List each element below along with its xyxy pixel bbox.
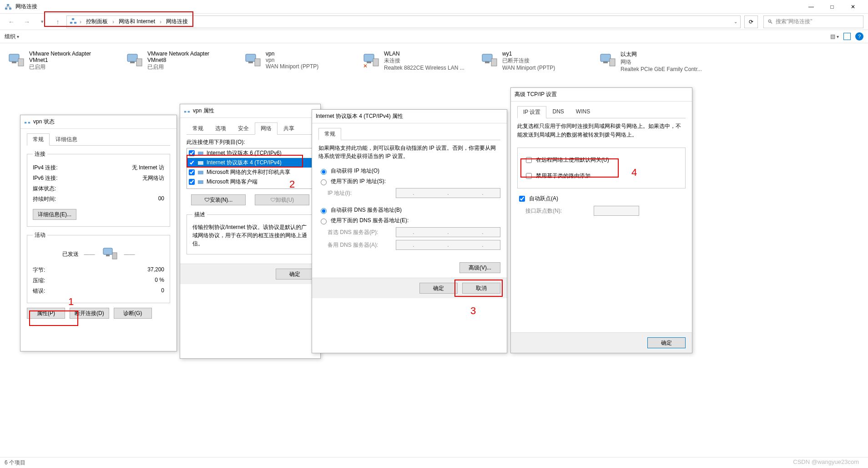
item-checkbox[interactable] bbox=[189, 169, 195, 175]
checkbox-default-gateway[interactable] bbox=[526, 157, 532, 163]
svg-rect-27 bbox=[103, 248, 112, 254]
dialog-advanced-tcpip: 高级 TCP/IP 设置 IP 设置 DNS WINS 此复选框只应用于你同时连… bbox=[510, 87, 692, 353]
adapter-device: WAN Miniport (PPTP) bbox=[502, 65, 555, 71]
refresh-button[interactable]: ⟳ bbox=[744, 15, 758, 28]
ip-address-input: ... bbox=[396, 188, 500, 198]
breadcrumb[interactable]: › 控制面板 › 网络和 Internet › 网络连接 ⌄ bbox=[66, 15, 741, 28]
protocol-icon bbox=[197, 160, 204, 166]
window-titlebar: 网络连接 — □ ✕ bbox=[0, 0, 868, 14]
list-item[interactable]: Internet 协议版本 4 (TCP/IPv4) bbox=[187, 158, 313, 168]
search-input[interactable]: 🔍︎ 搜索"网络连接" bbox=[763, 15, 863, 28]
svg-rect-1 bbox=[9, 8, 11, 10]
crumb-network-internet[interactable]: 网络和 Internet bbox=[117, 18, 157, 25]
close-button[interactable]: ✕ bbox=[843, 0, 863, 14]
svg-rect-21 bbox=[491, 59, 497, 66]
chevron-down-icon[interactable]: ⌄ bbox=[734, 19, 737, 24]
search-placeholder: 搜索"网络连接" bbox=[776, 18, 812, 25]
adapter-item[interactable]: wy1 已断开连接 WAN Miniport (PPTP) bbox=[478, 48, 587, 75]
dns1-input: ... bbox=[396, 227, 500, 237]
radio-manual-dns[interactable] bbox=[321, 219, 327, 224]
svg-rect-8 bbox=[18, 59, 24, 66]
note-text: 此复选框只应用于你同时连接到局域网和拨号网络上。如果选中，不能发送到局域网上的数… bbox=[517, 122, 686, 139]
ok-button[interactable]: 确定 bbox=[419, 283, 458, 294]
cancel-button[interactable]: 取消 bbox=[462, 283, 500, 294]
adapter-item[interactable]: vpn vpn WAN Miniport (PPTP) bbox=[241, 48, 350, 75]
crumb-control-panel[interactable]: 控制面板 bbox=[84, 18, 110, 25]
tab-sharing[interactable]: 共享 bbox=[278, 122, 300, 135]
advanced-button[interactable]: 高级(V)... bbox=[459, 262, 500, 273]
dns2-input: ... bbox=[396, 240, 500, 250]
network-icon bbox=[5, 3, 12, 10]
tab-dns[interactable]: DNS bbox=[546, 106, 570, 118]
adapter-item[interactable]: 以太网 网络 Realtek PCIe GbE Family Contr... bbox=[596, 48, 705, 75]
adapter-status: 已断开连接 bbox=[502, 57, 555, 65]
tab-security[interactable]: 安全 bbox=[232, 122, 255, 135]
group-activity: 活动 已发送 —— —— 字节:37,200 压缩:0 % 错误:0 bbox=[27, 231, 170, 303]
adapter-icon bbox=[126, 51, 144, 69]
install-button[interactable]: 🛡 安装(N)... bbox=[191, 194, 246, 205]
list-item[interactable]: Internet 协议版本 6 (TCP/IPv6) bbox=[187, 148, 313, 158]
crumb-network-connections[interactable]: 网络连接 bbox=[164, 18, 190, 25]
tab-options[interactable]: 选项 bbox=[209, 122, 232, 135]
item-checkbox[interactable] bbox=[189, 179, 195, 185]
preview-pane-icon[interactable] bbox=[843, 33, 851, 40]
search-icon: 🔍︎ bbox=[767, 19, 773, 25]
item-checkbox[interactable] bbox=[189, 160, 195, 166]
tab-ip-settings[interactable]: IP 设置 bbox=[517, 106, 546, 118]
uninstall-button[interactable]: 🛡 卸载(U) bbox=[255, 194, 309, 205]
tab-general[interactable]: 常规 bbox=[27, 133, 50, 146]
radio-auto-dns[interactable] bbox=[321, 208, 327, 214]
adapter-icon bbox=[244, 51, 262, 69]
adapter-item[interactable]: ✕ WLAN 未连接 Realtek 8822CE Wireless LAN .… bbox=[359, 48, 469, 75]
svg-rect-2 bbox=[7, 4, 9, 6]
diagnose-button[interactable]: 诊断(G) bbox=[114, 308, 152, 319]
components-listbox[interactable]: Internet 协议版本 6 (TCP/IPv6) Internet 协议版本… bbox=[187, 148, 314, 189]
history-dropdown[interactable]: ▾ bbox=[35, 15, 49, 29]
window-title: 网络连接 bbox=[15, 3, 37, 10]
maximize-button[interactable]: □ bbox=[822, 0, 843, 14]
list-item[interactable]: Microsoft 网络客户端 bbox=[187, 177, 313, 187]
disconnect-button[interactable]: 断开连接(D) bbox=[70, 308, 109, 319]
item-checkbox[interactable] bbox=[189, 150, 195, 156]
adapter-name: VMware Network Adapter VMnet8 bbox=[147, 51, 229, 63]
tab-wins[interactable]: WINS bbox=[570, 106, 596, 118]
minimize-button[interactable]: — bbox=[801, 0, 822, 14]
help-icon[interactable]: ? bbox=[855, 32, 863, 41]
svg-rect-23 bbox=[603, 61, 608, 63]
tab-details[interactable]: 详细信息 bbox=[50, 133, 83, 146]
forward-button[interactable]: → bbox=[20, 15, 34, 29]
ok-button[interactable]: 确定 bbox=[276, 269, 314, 280]
tab-general[interactable]: 常规 bbox=[187, 122, 209, 135]
view-menu-icon[interactable]: ▤ ▾ bbox=[830, 33, 839, 40]
adapter-icon bbox=[480, 51, 499, 69]
details-button[interactable]: 详细信息(E)... bbox=[33, 209, 76, 220]
svg-rect-26 bbox=[28, 122, 30, 124]
tab-network[interactable]: 网络 bbox=[255, 122, 278, 135]
svg-rect-25 bbox=[25, 122, 26, 124]
svg-rect-30 bbox=[184, 111, 186, 113]
adapter-status: vpn bbox=[266, 57, 318, 63]
svg-rect-11 bbox=[136, 59, 142, 66]
organize-menu[interactable]: 组织 ▾ bbox=[5, 33, 19, 41]
svg-rect-14 bbox=[255, 59, 260, 66]
properties-button[interactable]: 属性(P) bbox=[27, 308, 65, 319]
radio-auto-ip[interactable] bbox=[321, 169, 327, 175]
network-icon bbox=[184, 107, 190, 115]
svg-rect-29 bbox=[112, 253, 117, 259]
back-button[interactable]: ← bbox=[5, 15, 18, 29]
dialog-vpn-properties: vpn 属性 常规 选项 安全 网络 共享 此连接使用下列项目(O): Inte… bbox=[180, 104, 321, 359]
ok-button[interactable]: 确定 bbox=[647, 337, 686, 348]
adapter-device: Realtek 8822CE Wireless LAN ... bbox=[384, 65, 464, 71]
up-button[interactable]: ↑ bbox=[51, 15, 65, 29]
adapter-item[interactable]: VMware Network Adapter VMnet8 已启用 bbox=[123, 48, 232, 75]
item-label: Microsoft 网络客户端 bbox=[207, 178, 257, 186]
tab-general[interactable]: 常规 bbox=[318, 128, 341, 140]
svg-rect-6 bbox=[9, 54, 19, 61]
list-item[interactable]: Microsoft 网络的文件和打印机共享 bbox=[187, 168, 313, 177]
checkbox-auto-hop[interactable] bbox=[519, 196, 525, 202]
checkbox-disable-route[interactable] bbox=[526, 173, 532, 179]
radio-manual-ip[interactable] bbox=[321, 179, 327, 185]
list-label: 此连接使用下列项目(O): bbox=[187, 138, 314, 146]
adapter-item[interactable]: VMware Network Adapter VMnet1 已启用 bbox=[5, 48, 114, 75]
description-text: 传输控制协议/Internet 协议。该协议是默认的广域网络协议，用于在不同的相… bbox=[192, 223, 308, 248]
